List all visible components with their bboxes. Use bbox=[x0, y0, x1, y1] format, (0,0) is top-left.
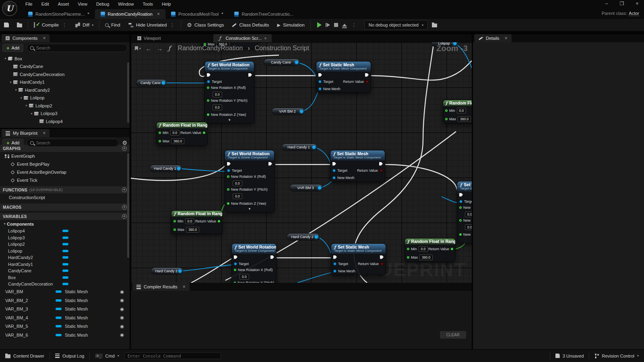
unreal-logo-icon[interactable]: U bbox=[2, 1, 17, 16]
output-pin[interactable] bbox=[295, 61, 298, 64]
back-button[interactable]: ← bbox=[146, 45, 152, 52]
expander-icon[interactable]: ▾ bbox=[29, 112, 34, 115]
blueprint-list-item[interactable]: Event Tick bbox=[0, 176, 130, 184]
variable-row[interactable]: VAR_BMStatic Mesh◉ bbox=[0, 288, 130, 296]
debug-browse-button[interactable] bbox=[428, 18, 441, 32]
float-pin[interactable] bbox=[234, 282, 236, 283]
collapse-chevron-icon[interactable]: ▾ bbox=[225, 207, 274, 212]
content-drawer-button[interactable]: Content Drawer bbox=[0, 350, 50, 362]
float-pin-connected[interactable] bbox=[207, 113, 209, 116]
exec-out-pin[interactable] bbox=[380, 255, 384, 259]
compile-button[interactable]: Compile⋮ bbox=[30, 18, 71, 32]
float-pin[interactable] bbox=[207, 99, 209, 102]
value-input[interactable]: 0.0 bbox=[170, 130, 180, 136]
output-pin[interactable] bbox=[312, 146, 316, 149]
revision-control-button[interactable]: Revision Control▾ bbox=[589, 350, 644, 362]
object-pin[interactable] bbox=[333, 262, 336, 265]
stop-button[interactable] bbox=[334, 23, 338, 27]
bookmark-button[interactable]: ▾ bbox=[135, 46, 141, 51]
node-swr3[interactable]: ƒSet World RotationTarget is Scene Compo… bbox=[231, 243, 277, 283]
node-ssm2[interactable]: ƒSet Static MeshTarget is Static Mesh Co… bbox=[330, 150, 385, 182]
breadcrumb-root[interactable]: RandomCandyRoation bbox=[178, 45, 243, 52]
value-input[interactable]: 0.0 bbox=[457, 108, 466, 113]
value-input[interactable]: 0.0 bbox=[213, 105, 222, 110]
my-blueprint-scrollbar[interactable] bbox=[127, 153, 129, 258]
return-value-pin[interactable] bbox=[365, 80, 369, 83]
tab-details[interactable]: Details × bbox=[475, 34, 512, 42]
asset-tab[interactable]: RandomTreeConstructio... bbox=[229, 9, 299, 19]
float-pin[interactable] bbox=[227, 175, 229, 178]
menu-debug[interactable]: Debug bbox=[92, 2, 114, 6]
visibility-eye-icon[interactable]: ◉ bbox=[120, 324, 124, 329]
add-icon[interactable]: + bbox=[122, 146, 127, 151]
component-tree-item[interactable]: ▾HardCandy1 bbox=[0, 78, 130, 86]
float-pin[interactable] bbox=[407, 256, 409, 259]
tab-compiler-results[interactable]: Compiler Results × bbox=[132, 283, 190, 291]
exec-in-pin[interactable] bbox=[318, 73, 322, 77]
float-pin[interactable] bbox=[407, 248, 409, 250]
float-pin[interactable] bbox=[159, 140, 161, 142]
cmd-selector[interactable]: >_ Cmd▾ bbox=[90, 350, 124, 362]
menu-view[interactable]: View bbox=[73, 2, 92, 6]
variable-row[interactable]: VAR_BM_3Static Mesh◉ bbox=[0, 305, 130, 314]
exec-out-pin[interactable] bbox=[365, 73, 369, 77]
variable-row[interactable]: CandyCaneDecoration bbox=[0, 281, 130, 288]
close-button[interactable]: × bbox=[634, 1, 640, 6]
float-pin[interactable] bbox=[234, 269, 236, 271]
node-swr2[interactable]: ƒSet World RotationTarget is Scene Compo… bbox=[225, 150, 275, 212]
variable-node-pill[interactable]: Hard Candy 1 bbox=[150, 165, 182, 172]
tab-my-blueprint[interactable]: My Blueprint × bbox=[2, 129, 50, 137]
node-ssm3[interactable]: ƒSet Static MeshTarget is Static Mesh Co… bbox=[331, 243, 386, 275]
debug-object-select[interactable]: No debug object selected▾ bbox=[364, 20, 428, 30]
clear-button[interactable]: CLEAR bbox=[440, 331, 466, 339]
close-icon[interactable]: × bbox=[183, 284, 186, 290]
return-value-pin[interactable] bbox=[218, 220, 220, 222]
node-rfr1[interactable]: ƒRandom Float in RangeMin0.0Return Value… bbox=[156, 122, 208, 146]
float-pin[interactable] bbox=[207, 86, 209, 89]
menu-asset[interactable]: Asset bbox=[54, 2, 74, 6]
asset-tab[interactable]: RandomCandyRoation× bbox=[95, 9, 165, 19]
component-tree-item[interactable]: ▾Box bbox=[0, 55, 130, 63]
node-swr-right-cut[interactable]: ƒSet World RotationTarget is Scene Compo… bbox=[457, 181, 472, 243]
variable-row[interactable]: VAR_BM_2Static Mesh◉ bbox=[0, 296, 130, 305]
exec-in-pin[interactable] bbox=[207, 73, 211, 77]
variable-node-pill[interactable]: Candy Cane bbox=[136, 79, 167, 86]
variable-node-pill[interactable]: Hard Candy 1 bbox=[282, 144, 317, 151]
node-rfr3[interactable]: ƒRandom Float in RangeMin0.0Return Value… bbox=[405, 238, 456, 262]
value-input[interactable]: 360.0 bbox=[419, 255, 433, 260]
output-pin[interactable] bbox=[162, 81, 165, 84]
components-search[interactable] bbox=[27, 44, 127, 52]
add-icon[interactable]: + bbox=[122, 205, 127, 210]
value-input[interactable]: 0.0 bbox=[233, 193, 242, 199]
tab-construction-script[interactable]: ƒ Construction Scr... × bbox=[213, 34, 272, 42]
float-pin[interactable] bbox=[159, 132, 161, 134]
variable-row[interactable]: Box bbox=[0, 274, 130, 281]
section-header-variables[interactable]: VARIABLES+ bbox=[0, 213, 130, 220]
output-pin[interactable] bbox=[315, 235, 318, 239]
class-settings-button[interactable]: ⚙ Class Settings bbox=[183, 18, 228, 32]
expander-icon[interactable]: ▾ bbox=[14, 88, 18, 92]
float-pin[interactable] bbox=[445, 118, 448, 120]
variable-row[interactable]: Lolipop4 bbox=[0, 228, 130, 234]
component-tree-item[interactable]: CandyCane bbox=[0, 63, 130, 71]
blueprint-list-item[interactable]: EventGraph bbox=[0, 152, 130, 160]
my-blueprint-search-input[interactable] bbox=[36, 140, 116, 145]
tab-viewport[interactable]: Viewport bbox=[132, 34, 166, 42]
output-log-button[interactable]: Output Log bbox=[50, 350, 89, 362]
exec-out-pin[interactable] bbox=[270, 255, 274, 259]
variable-row[interactable]: CandyCane bbox=[0, 267, 130, 274]
collapse-chevron-icon[interactable]: ▾ bbox=[205, 118, 254, 123]
value-input[interactable]: 360.0 bbox=[458, 116, 471, 122]
object-pin[interactable] bbox=[234, 262, 237, 265]
component-tree-item[interactable]: ▾Lolipop bbox=[0, 94, 130, 102]
console-command-input[interactable] bbox=[124, 352, 221, 359]
close-icon[interactable]: × bbox=[264, 36, 266, 41]
float-pin[interactable] bbox=[227, 188, 229, 191]
exec-in-pin[interactable] bbox=[333, 255, 337, 259]
compile-options-icon[interactable]: ⋮ bbox=[61, 23, 67, 28]
expander-icon[interactable]: ▾ bbox=[3, 57, 8, 60]
output-pin[interactable] bbox=[177, 167, 180, 170]
diff-button[interactable]: Diff▾ bbox=[71, 18, 97, 32]
maximize-button[interactable]: ❐ bbox=[619, 1, 625, 6]
expander-icon[interactable]: ▾ bbox=[19, 96, 23, 100]
